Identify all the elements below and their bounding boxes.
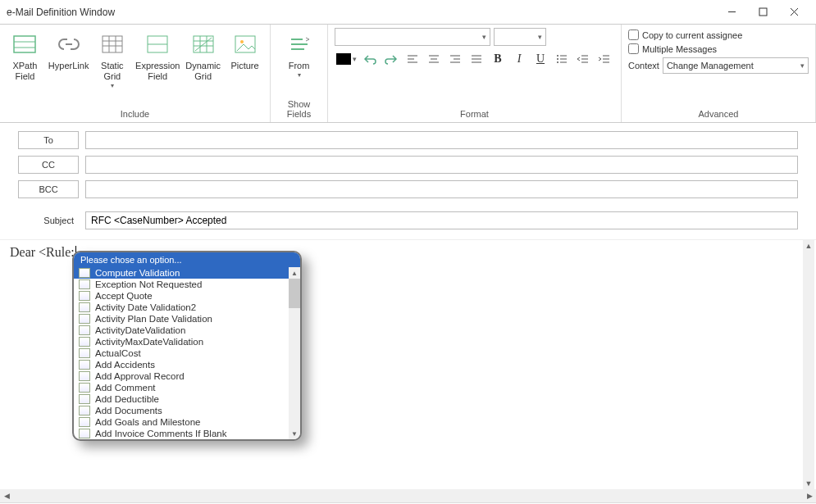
xpath-field-button[interactable]: XPath Field bbox=[5, 28, 45, 85]
svg-rect-4 bbox=[14, 36, 35, 52]
font-size-combo[interactable]: ▾ bbox=[494, 28, 546, 46]
suggestion-item[interactable]: Activity Plan Date Validation bbox=[74, 313, 300, 325]
undo-button[interactable] bbox=[360, 49, 380, 69]
from-icon bbox=[286, 31, 312, 57]
suggestion-item-label: Add Accidents bbox=[95, 360, 155, 370]
suggestion-item[interactable]: Add Accidents bbox=[74, 359, 300, 370]
rule-icon bbox=[79, 279, 90, 289]
rule-icon bbox=[79, 429, 90, 438]
static-grid-icon bbox=[99, 31, 125, 57]
suggestion-item-label: Add Deductible bbox=[95, 394, 159, 404]
dynamic-grid-label: Dynamic Grid bbox=[185, 61, 221, 82]
scroll-down-icon[interactable]: ▼ bbox=[803, 478, 814, 489]
suggestion-item[interactable]: Activity Date Validation2 bbox=[74, 302, 300, 313]
bcc-button[interactable]: BCC bbox=[18, 180, 79, 198]
suggestion-item[interactable]: Accept Quote bbox=[74, 290, 300, 302]
ribbon-group-advanced: Copy to current assignee Multiple Messag… bbox=[622, 25, 816, 122]
editor-vertical-scrollbar[interactable]: ▲ ▼ bbox=[803, 240, 814, 489]
ribbon-group-format: ▾ ▾ ▾ B I U Format bbox=[328, 25, 622, 122]
to-button[interactable]: To bbox=[18, 131, 79, 149]
xpath-field-icon bbox=[11, 31, 38, 57]
suggestion-item[interactable]: ActivityDateValidation bbox=[74, 325, 300, 336]
suggestion-item-label: Computer Validation bbox=[95, 268, 180, 278]
suggestion-item[interactable]: ActualCost bbox=[74, 347, 300, 359]
scroll-up-icon[interactable]: ▲ bbox=[289, 267, 300, 279]
picture-icon bbox=[232, 31, 258, 57]
suggestion-item-label: Add Invoice Comments If Blank bbox=[95, 429, 226, 438]
align-right-button[interactable] bbox=[445, 49, 465, 69]
expression-field-button[interactable]: Expression Field bbox=[134, 28, 181, 85]
picture-button[interactable]: Picture bbox=[225, 28, 265, 75]
suggestion-scrollbar[interactable]: ▲ ▼ bbox=[289, 267, 300, 439]
expression-field-icon bbox=[144, 31, 171, 57]
svg-rect-1 bbox=[759, 8, 767, 16]
cc-input[interactable] bbox=[85, 156, 798, 174]
redo-button[interactable] bbox=[381, 49, 401, 69]
context-combo[interactable]: Change Management▾ bbox=[663, 57, 809, 74]
suggestion-item-label: Add Documents bbox=[95, 406, 162, 415]
suggestion-item[interactable]: ActivityMaxDateValidation bbox=[74, 336, 300, 347]
font-family-combo[interactable]: ▾ bbox=[335, 28, 490, 46]
to-input[interactable] bbox=[85, 131, 798, 149]
suggestion-item-label: ActivityMaxDateValidation bbox=[95, 337, 203, 347]
italic-button[interactable]: I bbox=[509, 49, 529, 69]
svg-point-38 bbox=[557, 61, 558, 63]
scroll-thumb[interactable] bbox=[289, 279, 300, 308]
hyperlink-button[interactable]: HyperLink bbox=[47, 28, 91, 75]
suggestion-header: Please chose an option... bbox=[74, 252, 300, 267]
indent-button[interactable] bbox=[595, 49, 614, 69]
suggestion-item[interactable]: Add Invoice Comments If Blank bbox=[74, 428, 300, 439]
fields-area: To CC BCC Subject bbox=[0, 123, 816, 239]
suggestion-item[interactable]: Computer Validation bbox=[74, 267, 300, 279]
align-center-button[interactable] bbox=[424, 49, 444, 69]
bold-button[interactable]: B bbox=[488, 49, 508, 69]
underline-button[interactable]: U bbox=[531, 49, 550, 69]
suggestion-item-label: Activity Date Validation2 bbox=[95, 302, 196, 312]
suggestion-item-label: Activity Plan Date Validation bbox=[95, 314, 212, 324]
maximize-button[interactable] bbox=[747, 1, 778, 24]
scroll-left-icon[interactable]: ◀ bbox=[0, 489, 13, 502]
cc-button[interactable]: CC bbox=[18, 156, 79, 174]
suggestion-item[interactable]: Add Goals and Milestone bbox=[74, 416, 300, 428]
svg-rect-7 bbox=[103, 36, 122, 52]
rule-icon bbox=[79, 337, 90, 347]
static-grid-button[interactable]: Static Grid ▾ bbox=[92, 28, 132, 93]
suggestion-item-label: Add Goals and Milestone bbox=[95, 417, 201, 427]
font-color-button[interactable]: ▾ bbox=[335, 52, 358, 66]
scroll-right-icon[interactable]: ▶ bbox=[803, 489, 816, 502]
suggestion-item[interactable]: Add Approval Record bbox=[74, 370, 300, 382]
chevron-down-icon: ▾ bbox=[111, 82, 114, 89]
ribbon-group-include: XPath Field HyperLink Static Grid ▾ Expr… bbox=[0, 25, 271, 122]
body-text: Dear <Rule: bbox=[10, 245, 75, 259]
copy-assignee-checkbox[interactable] bbox=[628, 30, 639, 40]
close-button[interactable] bbox=[778, 1, 809, 24]
scroll-down-icon[interactable]: ▼ bbox=[289, 428, 300, 439]
suggestion-item[interactable]: Add Deductible bbox=[74, 393, 300, 405]
rule-icon bbox=[79, 394, 90, 404]
subject-input[interactable] bbox=[85, 211, 798, 229]
suggestion-item[interactable]: Exception Not Requested bbox=[74, 279, 300, 290]
minimize-button[interactable] bbox=[716, 1, 747, 24]
hyperlink-label: HyperLink bbox=[48, 61, 89, 71]
dynamic-grid-icon bbox=[190, 31, 217, 57]
picture-label: Picture bbox=[230, 61, 258, 71]
scroll-up-icon[interactable]: ▲ bbox=[803, 240, 814, 252]
align-left-button[interactable] bbox=[403, 49, 422, 69]
advanced-group-label: Advanced bbox=[628, 107, 809, 120]
from-label: From bbox=[289, 61, 310, 71]
suggestion-item[interactable]: Add Comment bbox=[74, 382, 300, 393]
suggestion-item[interactable]: Add Documents bbox=[74, 405, 300, 416]
bullet-list-button[interactable] bbox=[552, 49, 572, 69]
align-justify-button[interactable] bbox=[467, 49, 486, 69]
multiple-messages-label: Multiple Messages bbox=[642, 44, 717, 54]
rule-icon bbox=[79, 417, 90, 427]
copy-assignee-label: Copy to current assignee bbox=[642, 30, 742, 40]
outdent-button[interactable] bbox=[573, 49, 593, 69]
editor-horizontal-scrollbar[interactable]: ◀ ▶ bbox=[0, 489, 816, 502]
suggestion-list: Computer ValidationException Not Request… bbox=[74, 267, 300, 439]
titlebar: e-Mail Definition Window bbox=[0, 0, 816, 25]
from-button[interactable]: From ▾ bbox=[276, 28, 322, 82]
bcc-input[interactable] bbox=[85, 180, 798, 198]
multiple-messages-checkbox[interactable] bbox=[628, 43, 639, 54]
dynamic-grid-button[interactable]: Dynamic Grid bbox=[183, 28, 223, 85]
